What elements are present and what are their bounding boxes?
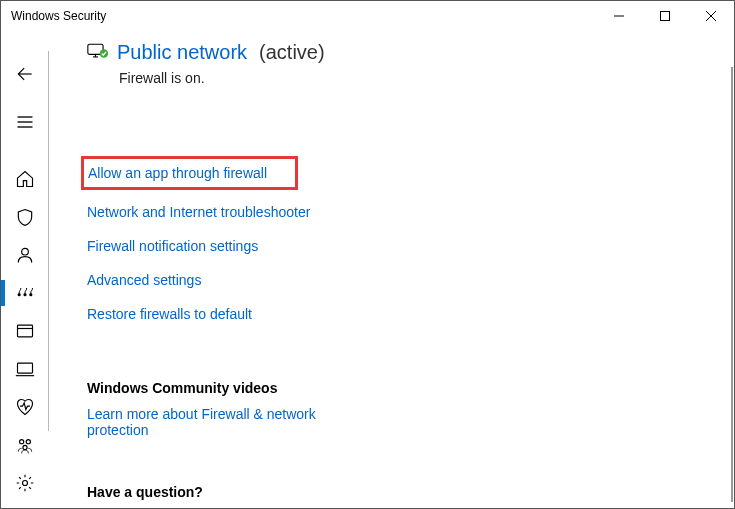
advanced-settings-link[interactable]: Advanced settings (87, 272, 407, 288)
svg-rect-12 (18, 325, 33, 337)
svg-point-16 (20, 440, 24, 444)
menu-button[interactable] (5, 103, 45, 141)
community-heading: Windows Community videos (87, 380, 714, 396)
back-button[interactable] (5, 55, 45, 93)
svg-point-8 (22, 248, 29, 255)
sidebar-item-health[interactable] (5, 388, 45, 426)
app-window: Windows Security (0, 0, 735, 509)
network-status: (active) (259, 41, 325, 64)
svg-rect-14 (18, 363, 33, 373)
svg-point-11 (30, 293, 32, 295)
maximize-button[interactable] (642, 1, 688, 31)
troubleshooter-link[interactable]: Network and Internet troubleshooter (87, 204, 407, 220)
network-heading: Public network (active) (87, 41, 714, 64)
minimize-button[interactable] (596, 1, 642, 31)
highlight-box: Allow an app through firewall (81, 156, 298, 190)
window-controls (596, 1, 734, 31)
sidebar-item-app-control[interactable] (5, 312, 45, 350)
settings-links: Allow an app through firewall Network an… (87, 156, 714, 322)
svg-point-18 (23, 445, 27, 449)
svg-point-17 (26, 440, 30, 444)
help-heading: Have a question? (87, 484, 714, 500)
close-button[interactable] (688, 1, 734, 31)
network-icon (87, 42, 109, 63)
svg-point-19 (23, 481, 28, 486)
community-learn-more-link[interactable]: Learn more about Firewall & network prot… (87, 406, 357, 438)
firewall-status-text: Firewall is on. (119, 70, 714, 86)
svg-point-10 (24, 293, 26, 295)
main-content: Public network (active) Firewall is on. … (49, 31, 734, 508)
sidebar-item-firewall[interactable] (5, 274, 45, 312)
sidebar-item-device-security[interactable] (5, 350, 45, 388)
sidebar-item-settings[interactable] (5, 464, 45, 502)
window-title: Windows Security (11, 9, 596, 23)
app-body: Public network (active) Firewall is on. … (1, 31, 734, 508)
public-network-link[interactable]: Public network (117, 41, 247, 64)
notification-settings-link[interactable]: Firewall notification settings (87, 238, 407, 254)
sidebar-item-virus[interactable] (5, 198, 45, 236)
sidebar-item-family[interactable] (5, 426, 45, 464)
scrollbar[interactable] (731, 67, 733, 502)
svg-point-9 (18, 293, 20, 295)
allow-app-link[interactable]: Allow an app through firewall (88, 165, 267, 181)
titlebar: Windows Security (1, 1, 734, 31)
sidebar-item-account[interactable] (5, 236, 45, 274)
sidebar (1, 31, 49, 508)
restore-defaults-link[interactable]: Restore firewalls to default (87, 306, 407, 322)
sidebar-item-home[interactable] (5, 160, 45, 198)
svg-rect-1 (661, 12, 670, 21)
